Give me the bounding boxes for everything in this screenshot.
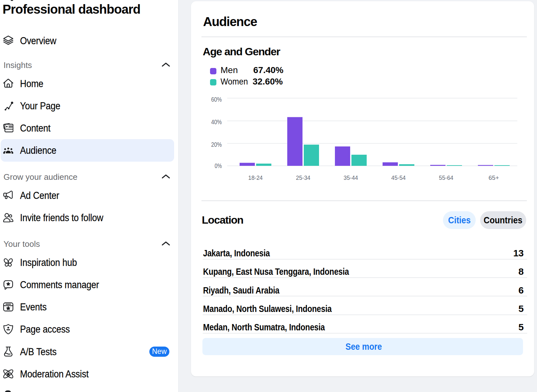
svg-text:25-34: 25-34	[296, 174, 310, 181]
svg-text:60%: 60%	[211, 96, 222, 103]
svg-text:0%: 0%	[215, 162, 222, 169]
svg-text:65+: 65+	[489, 174, 499, 181]
svg-text:20%: 20%	[211, 141, 222, 148]
svg-text:45-54: 45-54	[391, 174, 406, 181]
svg-text:35-44: 35-44	[343, 174, 358, 181]
svg-text:18-24: 18-24	[248, 174, 263, 181]
svg-text:40%: 40%	[211, 118, 222, 125]
svg-text:55-64: 55-64	[439, 174, 453, 181]
